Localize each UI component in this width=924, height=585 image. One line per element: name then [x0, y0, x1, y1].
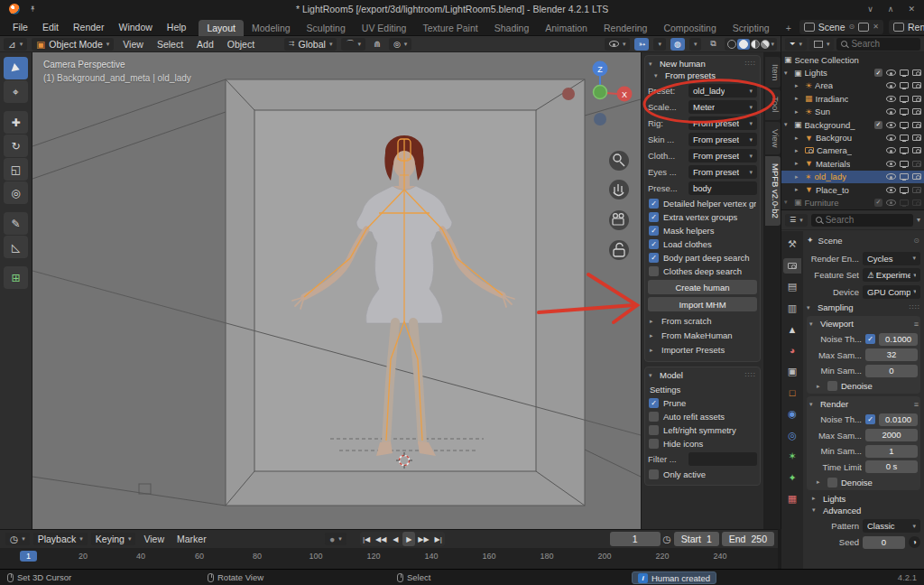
menu-edit[interactable]: Edit: [35, 20, 66, 34]
workspace-tab-rendering[interactable]: Rendering: [596, 20, 655, 36]
render-subpanel-header[interactable]: ▾Render≡: [809, 398, 918, 410]
max-samples-value[interactable]: 2000: [865, 429, 918, 441]
workspace-tab-compositing[interactable]: Compositing: [655, 20, 724, 36]
outliner-row-sun[interactable]: ▸☀Sun: [781, 106, 924, 118]
status-message[interactable]: iHuman created: [632, 571, 716, 584]
timeline-editor-type-button[interactable]: ◷▾: [5, 533, 30, 545]
max-samples-value[interactable]: 32: [865, 348, 918, 361]
playback-menu[interactable]: Playback▾: [33, 533, 88, 545]
render-disable-toggle[interactable]: [912, 135, 921, 141]
checkbox-symmetry[interactable]: Left/right symmetry: [649, 425, 756, 435]
tool-annotate[interactable]: ✎: [4, 212, 28, 235]
viewport-disable-toggle[interactable]: [900, 135, 909, 141]
outliner-row-furniture[interactable]: ▾▣Furniture✓: [781, 196, 924, 209]
lock-button[interactable]: [609, 240, 629, 260]
view-layer-browse-icon[interactable]: [893, 23, 904, 32]
properties-search[interactable]: [811, 214, 913, 227]
tool-scale[interactable]: ◱: [4, 158, 28, 181]
maximize-button[interactable]: ∧: [888, 5, 894, 14]
prev-keyframe-button[interactable]: ◀◀: [374, 532, 388, 546]
keying-menu[interactable]: Keying▾: [91, 533, 136, 545]
checkbox-prune[interactable]: ✓Prune: [649, 398, 756, 408]
viewport-disable-toggle[interactable]: [900, 200, 909, 206]
hide-toggle[interactable]: [886, 96, 896, 102]
outliner-display-mode-button[interactable]: ▾: [809, 38, 835, 51]
outliner-row-area[interactable]: ▸☀Area: [781, 79, 924, 92]
tab-mpfb[interactable]: MPFB v2.0-b2: [765, 156, 781, 226]
axis-z-neg[interactable]: [594, 113, 606, 125]
tab-object-properties[interactable]: □: [783, 385, 801, 401]
presets-menu-icon[interactable]: ≡: [914, 400, 918, 409]
checkbox-only-active[interactable]: Only active: [649, 469, 756, 479]
skin-dropdown[interactable]: From preset▾: [688, 133, 757, 146]
select-menu[interactable]: Select: [152, 39, 188, 50]
clothes-dropdown[interactable]: From preset▾: [688, 149, 757, 162]
checkbox-extra-vertex-groups[interactable]: ✓Extra vertex groups: [649, 212, 756, 222]
render-disable-toggle[interactable]: [912, 70, 921, 76]
rig-dropdown[interactable]: From preset▾: [688, 116, 757, 130]
viewport-subpanel-header[interactable]: ▾Viewport≡: [809, 318, 918, 330]
tab-tool-properties[interactable]: ⚒: [783, 237, 801, 252]
advanced-subpanel-header[interactable]: ▾Advanced: [812, 505, 920, 516]
preset-name-field[interactable]: body: [688, 181, 757, 195]
tool-add-primitive[interactable]: ⊞: [4, 266, 28, 289]
timeline-ruler[interactable]: 1 20 40 60 80 100 120 140 160 180 200 22…: [0, 549, 778, 569]
workspace-add-button[interactable]: +: [778, 20, 799, 36]
menu-file[interactable]: File: [5, 20, 35, 34]
outliner-row-background-mesh[interactable]: ▸▼Backgrou: [781, 131, 924, 144]
auto-keying-toggle[interactable]: ●▾: [325, 533, 346, 545]
frame-end-field[interactable]: End250: [722, 532, 774, 546]
presets-menu-icon[interactable]: ≡: [914, 320, 918, 329]
hide-toggle[interactable]: [886, 187, 896, 193]
hide-toggle[interactable]: [886, 135, 896, 141]
tab-modifier-properties[interactable]: ◉: [783, 406, 801, 422]
render-disable-toggle[interactable]: [912, 187, 921, 193]
properties-filter-dropdown[interactable]: ▾: [917, 216, 920, 224]
outliner-row-place-to[interactable]: ▸▼Place_to: [781, 183, 924, 196]
denoise-checkbox[interactable]: [827, 478, 837, 488]
viewport-disable-toggle[interactable]: [900, 147, 909, 153]
outliner-row-scene-collection[interactable]: ▣Scene Collection: [781, 53, 924, 66]
collection-checkbox[interactable]: ✓: [874, 69, 882, 77]
preset-dropdown[interactable]: old_lady▾: [688, 84, 757, 98]
scene-unlink-icon[interactable]: ✕: [873, 23, 879, 31]
viewport-disable-toggle[interactable]: [900, 187, 909, 193]
tab-physics-properties[interactable]: ◎: [783, 428, 801, 443]
outliner-row-irradiance[interactable]: ▸▦Irradianc: [781, 92, 924, 105]
viewport-disable-toggle[interactable]: [900, 82, 909, 88]
import-mhm-button[interactable]: Import MHM: [648, 297, 757, 311]
hide-toggle[interactable]: [886, 200, 896, 206]
model-header[interactable]: ▾Model∷∷: [648, 369, 757, 381]
magnet-snap-toggle[interactable]: ⋒: [370, 38, 384, 51]
tool-cursor[interactable]: ⌖: [4, 80, 28, 103]
properties-editor-type-button[interactable]: ☰▾: [785, 214, 808, 227]
viewport-3d[interactable]: Z X: [32, 52, 641, 529]
tab-scene-properties[interactable]: ▲: [783, 321, 801, 337]
filter-input[interactable]: [688, 452, 757, 466]
marker-menu[interactable]: Marker: [172, 534, 211, 544]
play-button[interactable]: ▶: [402, 532, 415, 546]
properties-search-input[interactable]: [826, 215, 909, 225]
render-disable-toggle[interactable]: [912, 147, 921, 153]
pattern-dropdown[interactable]: Classic▾: [863, 519, 920, 533]
shading-dropdown[interactable]: ▾: [771, 41, 774, 48]
scene-pin-icon[interactable]: ⊙: [849, 23, 855, 31]
view-layer-selector[interactable]: RenderLayer ✕: [889, 20, 924, 34]
lights-subpanel-header[interactable]: ▸Lights: [812, 493, 920, 505]
shading-material-button[interactable]: [751, 40, 760, 49]
zoom-button[interactable]: [609, 151, 629, 171]
outliner-row-background[interactable]: ▾▣Background_✓: [781, 118, 924, 131]
viewport-disable-toggle[interactable]: [900, 122, 909, 128]
tool-move[interactable]: ✚: [4, 111, 28, 134]
object-menu[interactable]: Object: [223, 39, 259, 50]
hide-toggle[interactable]: [886, 173, 896, 180]
hide-toggle[interactable]: [886, 108, 896, 115]
camera-view-button[interactable]: [609, 210, 629, 230]
play-reverse-button[interactable]: ◀: [389, 532, 402, 546]
use-preview-range-icon[interactable]: ◷: [663, 534, 671, 544]
checkbox-mask-helpers[interactable]: ✓Mask helpers: [649, 226, 756, 236]
seed-value[interactable]: 0: [863, 536, 905, 549]
workspace-tab-uv-editing[interactable]: UV Editing: [354, 20, 415, 36]
timeline-view-menu[interactable]: View: [139, 534, 169, 544]
viewport-denoise-header[interactable]: ▸Denoise: [817, 380, 918, 392]
